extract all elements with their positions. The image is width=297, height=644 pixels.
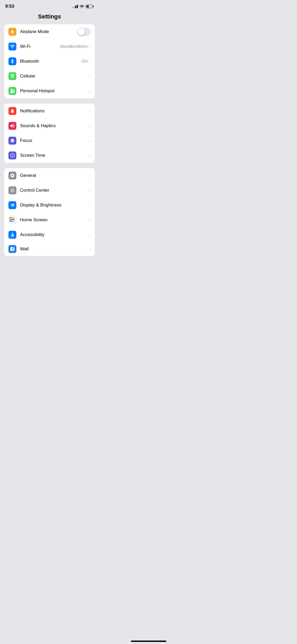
- airplane-mode-icon: [8, 28, 16, 36]
- row-sounds[interactable]: Sounds & Haptics ›: [4, 118, 95, 133]
- svg-rect-9: [11, 220, 13, 222]
- row-airplane-mode[interactable]: Airplane Mode: [4, 24, 95, 39]
- cellular-icon: [8, 72, 16, 80]
- svg-point-0: [12, 76, 13, 77]
- screentime-icon: [8, 151, 16, 159]
- wallet-label: Wall: [20, 246, 89, 252]
- page-title-section: Settings: [0, 11, 99, 24]
- general-icon: [8, 172, 16, 180]
- general-label: General: [20, 173, 89, 178]
- wifi-icon: [8, 43, 16, 50]
- row-personal-hotspot[interactable]: Personal Hotspot ›: [4, 84, 95, 98]
- accessibility-chevron-icon: ›: [89, 233, 91, 237]
- general-chevron-icon: ›: [89, 173, 91, 178]
- row-bluetooth[interactable]: Bluetooth On ›: [4, 54, 95, 69]
- wifi-label: Wi-Fi: [20, 44, 60, 49]
- bluetooth-chevron-icon: ›: [89, 59, 91, 64]
- bluetooth-label: Bluetooth: [20, 59, 82, 64]
- svg-rect-8: [10, 220, 11, 222]
- wallet-chevron-icon: ›: [89, 247, 91, 251]
- row-wallet[interactable]: Wall ›: [4, 242, 95, 256]
- notifications-label: Notifications: [20, 108, 89, 114]
- row-focus[interactable]: Focus ›: [4, 133, 95, 148]
- home-screen-icon: [8, 216, 16, 224]
- battery-icon: [86, 5, 94, 8]
- hotspot-icon: [8, 87, 16, 95]
- wifi-chevron-icon: ›: [89, 44, 91, 49]
- row-cellular[interactable]: Cellular ›: [4, 69, 95, 84]
- display-brightness-chevron-icon: ›: [89, 203, 91, 208]
- wifi-value: bloodbrothers: [60, 44, 88, 49]
- settings-group-system: General › Control Center › AA Display & …: [4, 168, 95, 256]
- row-screen-time[interactable]: Screen Time ›: [4, 148, 95, 163]
- control-center-label: Control Center: [20, 188, 89, 193]
- sounds-label: Sounds & Haptics: [20, 123, 89, 128]
- notifications-icon: [8, 107, 16, 115]
- svg-point-11: [12, 233, 13, 233]
- sounds-icon: [8, 122, 16, 130]
- svg-rect-4: [13, 217, 14, 218]
- home-screen-label: Home Screen: [20, 217, 89, 223]
- airplane-mode-toggle[interactable]: [77, 28, 91, 36]
- svg-rect-3: [11, 217, 13, 218]
- signal-icon: [72, 5, 78, 8]
- accessibility-label: Accessibility: [20, 232, 89, 237]
- settings-group-notifications: Notifications › Sounds & Haptics › Focus…: [4, 104, 95, 163]
- svg-rect-10: [13, 220, 14, 222]
- notifications-chevron-icon: ›: [89, 109, 91, 113]
- accessibility-icon: [8, 231, 16, 239]
- row-wifi[interactable]: Wi-Fi bloodbrothers ›: [4, 39, 95, 54]
- cellular-label: Cellular: [20, 73, 89, 79]
- wifi-status-icon: [79, 4, 84, 8]
- settings-group-connectivity: Airplane Mode Wi-Fi bloodbrothers › Blue…: [4, 24, 95, 98]
- bluetooth-icon: [8, 57, 16, 65]
- row-display-brightness[interactable]: AA Display & Brightness ›: [4, 198, 95, 213]
- wallet-icon: [8, 245, 16, 253]
- sounds-chevron-icon: ›: [89, 124, 91, 128]
- cellular-chevron-icon: ›: [89, 74, 91, 79]
- row-accessibility[interactable]: Accessibility ›: [4, 227, 95, 242]
- status-icons: [72, 4, 94, 8]
- home-screen-chevron-icon: ›: [89, 218, 91, 222]
- airplane-mode-label: Airplane Mode: [20, 29, 77, 34]
- page-title: Settings: [0, 13, 99, 20]
- row-general[interactable]: General ›: [4, 168, 95, 183]
- hotspot-chevron-icon: ›: [89, 89, 91, 93]
- svg-rect-5: [10, 219, 11, 220]
- status-bar: 9:53: [0, 0, 99, 11]
- svg-rect-6: [11, 219, 13, 220]
- control-center-icon: [8, 186, 16, 194]
- screentime-label: Screen Time: [20, 153, 89, 158]
- row-home-screen[interactable]: Home Screen ›: [4, 213, 95, 227]
- focus-icon: [8, 137, 16, 145]
- display-brightness-icon: AA: [8, 201, 16, 209]
- hotspot-label: Personal Hotspot: [20, 88, 89, 94]
- svg-rect-2: [10, 217, 11, 218]
- svg-text:AA: AA: [12, 204, 15, 206]
- row-control-center[interactable]: Control Center ›: [4, 183, 95, 198]
- status-time: 9:53: [5, 4, 14, 9]
- focus-label: Focus: [20, 138, 89, 143]
- bluetooth-value: On: [82, 59, 88, 64]
- control-center-chevron-icon: ›: [89, 188, 91, 193]
- focus-chevron-icon: ›: [89, 139, 91, 143]
- display-brightness-label: Display & Brightness: [20, 203, 89, 208]
- row-notifications[interactable]: Notifications ›: [4, 104, 95, 118]
- svg-rect-7: [13, 219, 14, 220]
- screentime-chevron-icon: ›: [89, 153, 91, 158]
